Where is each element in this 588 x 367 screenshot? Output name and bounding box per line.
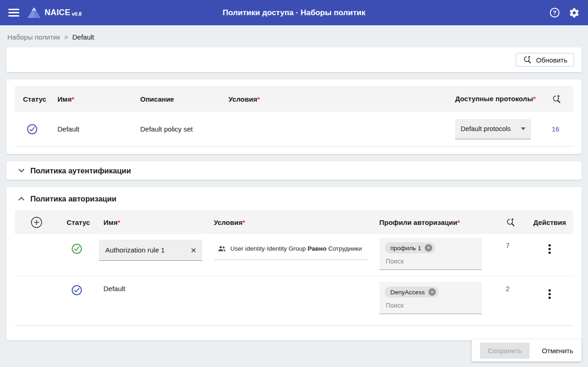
app-bar: NAICE v0.8 Политики доступа · Наборы пол…: [0, 0, 588, 25]
caret-down-icon: [521, 127, 525, 130]
required-marker: *: [242, 218, 245, 226]
column-header-profiles: Профили авторизации*: [371, 218, 497, 226]
policy-set-card: Статус Имя* Описание Условия* Доступные …: [6, 80, 582, 154]
page-title: Политики доступа · Наборы политик: [83, 8, 505, 17]
settings-gear-icon[interactable]: [569, 7, 580, 18]
app-logo[interactable]: NAICE v0.8: [27, 6, 81, 19]
breadcrumb-current: Default: [72, 33, 94, 41]
logo-mountain-icon: [27, 6, 41, 19]
policy-set-row: Default Default policy set Default proto…: [15, 112, 573, 147]
column-header-name: Имя*: [95, 218, 206, 226]
toolbar-card: Обновить: [6, 47, 582, 72]
condition-value: Сотрудники: [328, 245, 362, 252]
rule-hits-link[interactable]: 2: [506, 285, 509, 292]
hits-counter-icon[interactable]: [506, 218, 515, 227]
status-enabled-icon[interactable]: [27, 124, 38, 135]
kebab-menu-icon[interactable]: [546, 287, 554, 302]
kebab-menu-icon[interactable]: [546, 241, 554, 257]
authorization-rule-row: Default DenyAccess × 2: [15, 276, 573, 325]
product-name: NAICE: [45, 8, 70, 17]
policy-set-description[interactable]: Default policy set: [132, 125, 220, 133]
required-marker: *: [257, 95, 260, 103]
add-circle-icon: [30, 216, 43, 229]
hits-counter-icon-cell: [497, 218, 525, 227]
column-header-protocols: Доступные протоколы*: [447, 94, 543, 103]
column-header-actions: Действия: [525, 218, 574, 226]
profiles-search-input[interactable]: [385, 253, 477, 268]
profiles-search-input[interactable]: [385, 298, 477, 312]
hits-counter-icon[interactable]: [552, 94, 561, 104]
add-rule-button[interactable]: [15, 216, 58, 229]
breadcrumb-parent-link[interactable]: Наборы политик: [7, 33, 60, 41]
required-marker: *: [457, 218, 460, 226]
rule-name-cell: ×: [95, 234, 206, 261]
breadcrumb: Наборы политик > Default: [0, 25, 588, 47]
policy-table-header: Статус Имя* Описание Условия* Доступные …: [15, 86, 573, 112]
authorization-section-header[interactable]: Политика авторизации: [6, 187, 582, 210]
authorization-rule-row: × User identity·Identity Group Ра: [15, 234, 573, 276]
chip-remove-icon[interactable]: ×: [425, 244, 432, 252]
policy-set-hits-cell: 16: [543, 125, 574, 133]
column-header-name: Имя*: [49, 95, 132, 103]
required-marker: *: [533, 95, 536, 103]
policy-set-name[interactable]: Default: [49, 125, 132, 133]
rule-hits-cell: 2: [497, 276, 525, 292]
condition-text: User identity·Identity Group Равно Сотру…: [230, 245, 362, 252]
profile-chip-label: профиль 1: [390, 245, 421, 252]
help-icon[interactable]: ?: [550, 8, 559, 17]
rule-actions-cell: [525, 276, 574, 302]
authorization-section-title: Политика авторизации: [30, 195, 116, 203]
refresh-button-label: Обновить: [536, 56, 567, 64]
protocols-dropdown[interactable]: Default protocols: [455, 119, 531, 139]
authentication-section-title: Политика аутентификации: [30, 166, 131, 175]
app-bar-actions: ?: [550, 7, 580, 18]
rule-name-input[interactable]: [99, 246, 185, 254]
column-header-status: Статус: [58, 218, 95, 226]
policy-set-protocols-cell: Default protocols: [447, 119, 543, 139]
chevron-down-icon[interactable]: [18, 166, 24, 172]
rule-profiles-cell: DenyAccess ×: [371, 276, 497, 314]
status-enabled-icon[interactable]: [71, 243, 82, 254]
column-header-conditions: Условия*: [206, 218, 371, 226]
policy-set-status-cell: [15, 124, 49, 135]
profiles-select[interactable]: профиль 1 ×: [379, 238, 482, 270]
rule-hits-link[interactable]: 7: [506, 241, 509, 249]
rule-hits-cell: 7: [497, 234, 525, 249]
chevron-up-icon[interactable]: [18, 197, 24, 203]
rule-profiles-cell: профиль 1 ×: [371, 234, 497, 270]
breadcrumb-separator: >: [64, 33, 68, 41]
menu-icon[interactable]: [8, 9, 19, 17]
product-version: v0.8: [72, 11, 81, 17]
protocols-dropdown-value: Default protocols: [461, 125, 511, 132]
users-icon: [217, 244, 226, 253]
refresh-button[interactable]: Обновить: [516, 53, 574, 67]
cancel-button[interactable]: Отменить: [542, 347, 573, 355]
footer-action-bar: Сохранить Отменить: [472, 339, 582, 361]
clear-input-icon[interactable]: ×: [185, 245, 202, 255]
condition-chip[interactable]: User identity·Identity Group Равно Сотру…: [214, 241, 368, 260]
profile-chip: профиль 1 ×: [385, 242, 435, 253]
policy-set-hits-link[interactable]: 16: [552, 125, 559, 133]
rule-actions-cell: [525, 234, 574, 257]
profile-chip: DenyAccess ×: [385, 287, 439, 298]
rule-name-text[interactable]: Default: [95, 276, 206, 292]
hits-counter-icon-cell: [543, 94, 574, 104]
authorization-section-card: Политика авторизации Статус Имя* Условия…: [6, 187, 582, 340]
rule-status-cell: [58, 276, 95, 296]
rule-conditions-cell: User identity·Identity Group Равно Сотру…: [206, 234, 371, 260]
column-header-description: Описание: [132, 95, 220, 103]
required-marker: *: [72, 95, 74, 103]
authorization-rules-table: × User identity·Identity Group Ра: [15, 234, 573, 326]
rule-status-cell: [58, 234, 95, 254]
profiles-select[interactable]: DenyAccess ×: [379, 282, 482, 314]
condition-attribute: User identity·Identity Group: [230, 245, 306, 252]
column-header-conditions: Условия*: [220, 95, 447, 103]
column-header-status: Статус: [15, 95, 49, 103]
save-button[interactable]: Сохранить: [480, 343, 530, 359]
status-enabled-icon[interactable]: [71, 285, 82, 296]
authentication-section-header[interactable]: Политика аутентификации: [6, 161, 582, 180]
condition-operator: Равно: [308, 245, 326, 252]
chip-remove-icon[interactable]: ×: [428, 288, 436, 296]
rule-name-field: ×: [99, 240, 202, 261]
profile-chip-label: DenyAccess: [390, 289, 425, 296]
